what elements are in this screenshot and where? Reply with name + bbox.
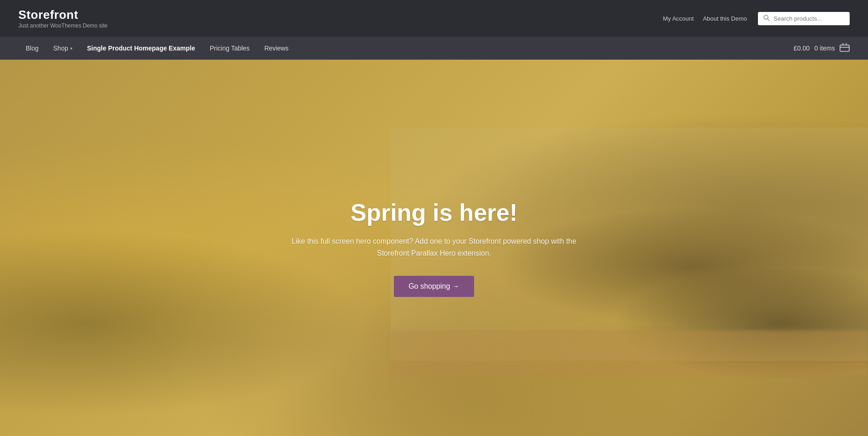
site-title: Storefront — [18, 8, 108, 22]
nav-reviews[interactable]: Reviews — [257, 37, 296, 60]
hero-section: Spring is here! Like this full screen he… — [0, 60, 868, 436]
cart-price: £0.00 — [794, 45, 810, 52]
svg-rect-2 — [840, 45, 849, 51]
my-account-link[interactable]: My Account — [663, 15, 694, 22]
site-tagline: Just another WooThemes Demo site — [18, 22, 108, 29]
site-header: Storefront Just another WooThemes Demo s… — [0, 0, 868, 37]
cart-area: £0.00 0 items — [794, 43, 850, 54]
nav-single-product[interactable]: Single Product Homepage Example — [80, 37, 203, 60]
about-demo-link[interactable]: About this Demo — [703, 15, 747, 22]
nav-shop-label: Shop — [53, 45, 68, 52]
main-nav: Blog Shop ▾ Single Product Homepage Exam… — [18, 37, 296, 60]
nav-pricing-tables[interactable]: Pricing Tables — [202, 37, 257, 60]
nav-blog[interactable]: Blog — [18, 37, 46, 60]
header-right: My Account About this Demo — [663, 12, 850, 25]
go-shopping-button[interactable]: Go shopping → — [394, 276, 474, 297]
site-branding: Storefront Just another WooThemes Demo s… — [18, 8, 108, 28]
hero-content: Spring is here! Like this full screen he… — [274, 199, 595, 296]
svg-line-1 — [768, 19, 769, 21]
hero-title: Spring is here! — [283, 199, 586, 226]
nav-shop[interactable]: Shop ▾ — [46, 37, 80, 60]
chevron-down-icon: ▾ — [70, 46, 72, 51]
search-icon — [763, 15, 770, 22]
hero-shelf-element — [391, 330, 868, 375]
hero-subtitle: Like this full screen hero component? Ad… — [283, 235, 586, 259]
cart-icon[interactable] — [840, 43, 850, 54]
nav-bar: Blog Shop ▾ Single Product Homepage Exam… — [0, 37, 868, 60]
cart-items-label: 0 items — [814, 45, 835, 52]
header-nav: My Account About this Demo — [663, 15, 747, 22]
search-box — [758, 12, 850, 25]
search-input[interactable] — [774, 15, 844, 22]
